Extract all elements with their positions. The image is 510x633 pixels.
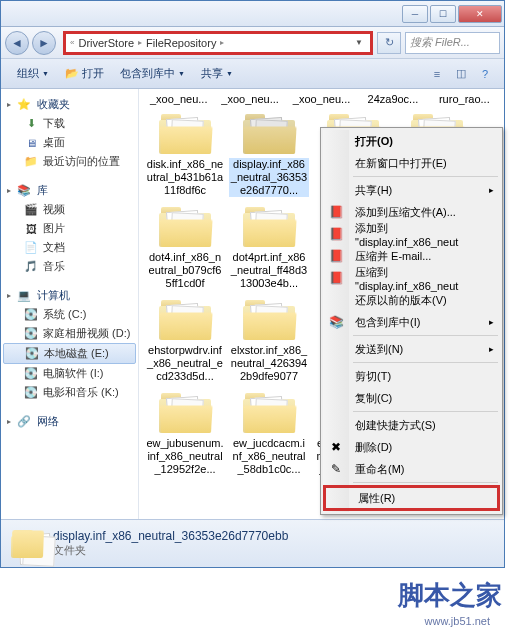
ctx-shortcut[interactable]: 创建快捷方式(S) bbox=[323, 414, 500, 436]
ctx-open[interactable]: 打开(O) bbox=[323, 130, 500, 152]
chevron-right-icon[interactable]: ▸ bbox=[220, 38, 224, 47]
sidebar-item-drive-d[interactable]: 💽家庭相册视频 (D:) bbox=[1, 324, 138, 343]
folder-item[interactable]: elxstor.inf_x86_neutral_4263942b9dfe9077 bbox=[227, 294, 311, 387]
folder-item[interactable]: dot4.inf_x86_neutral_b079cf65ff1cd0f bbox=[143, 201, 227, 294]
sidebar-item-drive-e[interactable]: 💽本地磁盘 (E:) bbox=[3, 343, 136, 364]
close-button[interactable]: ✕ bbox=[458, 5, 502, 23]
folder-icon bbox=[241, 112, 297, 156]
help-button[interactable]: ? bbox=[474, 63, 496, 85]
share-menu[interactable]: 共享▼ bbox=[193, 59, 241, 88]
ctx-delete[interactable]: ✖删除(D) bbox=[323, 436, 500, 458]
folder-icon bbox=[241, 298, 297, 342]
sidebar-computer[interactable]: ▸💻计算机 bbox=[1, 286, 138, 305]
forward-button[interactable]: ► bbox=[32, 31, 56, 55]
navbar: ◄ ► « DriverStore ▸ FileRepository ▸ ▼ ↻… bbox=[1, 27, 504, 59]
sidebar-item-drive-c[interactable]: 💽系统 (C:) bbox=[1, 305, 138, 324]
folder-label: ew_jucdcacm.inf_x86_neutral_58db1c0c... bbox=[229, 437, 309, 476]
refresh-button[interactable]: ↻ bbox=[377, 32, 401, 54]
sidebar-network[interactable]: ▸🔗网络 bbox=[1, 412, 138, 431]
folder-label: disk.inf_x86_neutral_b431b61a11f8df6c bbox=[145, 158, 225, 197]
address-dropdown[interactable]: ▼ bbox=[352, 33, 366, 53]
status-type: 文件夹 bbox=[53, 543, 288, 558]
archive-icon: 📕 bbox=[328, 205, 344, 219]
breadcrumb-item[interactable]: FileRepository bbox=[142, 37, 220, 49]
breadcrumb-item[interactable]: DriverStore bbox=[74, 37, 138, 49]
sidebar-item-documents[interactable]: 📄文档 bbox=[1, 238, 138, 257]
folder-icon bbox=[157, 112, 213, 156]
delete-icon: ✖ bbox=[328, 440, 344, 454]
sidebar-item-downloads[interactable]: ⬇下载 bbox=[1, 114, 138, 133]
ctx-properties[interactable]: 属性(R) bbox=[323, 485, 500, 511]
folder-label: dot4prt.inf_x86_neutral_ff48d313003e4b..… bbox=[229, 251, 309, 290]
ctx-cut[interactable]: 剪切(T) bbox=[323, 365, 500, 387]
status-name: display.inf_x86_neutral_36353e26d7770ebb bbox=[53, 529, 288, 543]
ctx-copy[interactable]: 复制(C) bbox=[323, 387, 500, 409]
rename-icon: ✎ bbox=[328, 462, 344, 476]
archive-icon: 📕 bbox=[328, 249, 344, 263]
ctx-restore-versions[interactable]: 还原以前的版本(V) bbox=[323, 289, 500, 311]
folder-icon bbox=[157, 298, 213, 342]
folder-item[interactable]: disk.inf_x86_neutral_b431b61a11f8df6c bbox=[143, 108, 227, 201]
ctx-zip-to[interactable]: 📕压缩到 "display.inf_x86_neut bbox=[323, 267, 500, 289]
partial-row: _xoo_neu... _xoo_neu... _xoo_neu... 24za… bbox=[143, 93, 500, 106]
folder-icon bbox=[241, 391, 297, 435]
address-bar[interactable]: « DriverStore ▸ FileRepository ▸ ▼ bbox=[63, 31, 373, 55]
status-bar: display.inf_x86_neutral_36353e26d7770ebb… bbox=[1, 519, 504, 567]
sidebar-item-drive-k[interactable]: 💽电影和音乐 (K:) bbox=[1, 383, 138, 402]
ctx-share[interactable]: 共享(H)▸ bbox=[323, 179, 500, 201]
toolbar: 组织▼ 📂打开 包含到库中▼ 共享▼ ≡ ◫ ? bbox=[1, 59, 504, 89]
ctx-send-to[interactable]: 发送到(N)▸ bbox=[323, 338, 500, 360]
archive-icon: 📕 bbox=[328, 227, 344, 241]
folder-icon bbox=[9, 528, 45, 560]
folder-item[interactable]: ehstorpwdrv.inf_x86_neutral_ecd233d5d... bbox=[143, 294, 227, 387]
folder-label: ew_jubusenum.inf_x86_neutral_12952f2e... bbox=[145, 437, 225, 476]
folder-icon bbox=[241, 205, 297, 249]
ctx-add-to[interactable]: 📕添加到 "display.inf_x86_neut bbox=[323, 223, 500, 245]
folder-item[interactable]: display.inf_x86_neutral_36353e26d7770... bbox=[227, 108, 311, 201]
organize-menu[interactable]: 组织▼ bbox=[9, 59, 57, 88]
ctx-include-library[interactable]: 📚包含到库中(I)▸ bbox=[323, 311, 500, 333]
minimize-button[interactable]: ─ bbox=[402, 5, 428, 23]
open-button[interactable]: 📂打开 bbox=[57, 59, 112, 88]
view-button[interactable]: ≡ bbox=[426, 63, 448, 85]
context-menu: 打开(O) 在新窗口中打开(E) 共享(H)▸ 📕添加到压缩文件(A)... 📕… bbox=[320, 127, 503, 515]
folder-icon bbox=[157, 205, 213, 249]
sidebar-item-desktop[interactable]: 🖥桌面 bbox=[1, 133, 138, 152]
folder-item[interactable]: ew_jubusenum.inf_x86_neutral_12952f2e... bbox=[143, 387, 227, 480]
folder-icon bbox=[157, 391, 213, 435]
sidebar-item-pictures[interactable]: 🖼图片 bbox=[1, 219, 138, 238]
folder-label: elxstor.inf_x86_neutral_4263942b9dfe9077 bbox=[229, 344, 309, 383]
sidebar-libraries[interactable]: ▸📚库 bbox=[1, 181, 138, 200]
preview-pane-button[interactable]: ◫ bbox=[450, 63, 472, 85]
ctx-open-new-window[interactable]: 在新窗口中打开(E) bbox=[323, 152, 500, 174]
maximize-button[interactable]: ☐ bbox=[430, 5, 456, 23]
sidebar-favorites[interactable]: ▸⭐收藏夹 bbox=[1, 95, 138, 114]
archive-icon: 📕 bbox=[328, 271, 344, 285]
watermark-url: www.jb51.net bbox=[425, 615, 490, 627]
library-icon: 📚 bbox=[328, 315, 344, 329]
titlebar: ─ ☐ ✕ bbox=[1, 1, 504, 27]
sidebar-item-recent[interactable]: 📁最近访问的位置 bbox=[1, 152, 138, 171]
back-button[interactable]: ◄ bbox=[5, 31, 29, 55]
folder-label: dot4.inf_x86_neutral_b079cf65ff1cd0f bbox=[145, 251, 225, 290]
sidebar: ▸⭐收藏夹 ⬇下载 🖥桌面 📁最近访问的位置 ▸📚库 🎬视频 🖼图片 📄文档 🎵… bbox=[1, 89, 139, 567]
folder-item[interactable]: dot4prt.inf_x86_neutral_ff48d313003e4b..… bbox=[227, 201, 311, 294]
folder-label: display.inf_x86_neutral_36353e26d7770... bbox=[229, 158, 309, 197]
search-input[interactable]: 搜索 FileR... bbox=[405, 32, 500, 54]
folder-label: ehstorpwdrv.inf_x86_neutral_ecd233d5d... bbox=[145, 344, 225, 383]
watermark: 脚本之家 bbox=[398, 578, 502, 613]
folder-item[interactable]: ew_jucdcacm.inf_x86_neutral_58db1c0c... bbox=[227, 387, 311, 480]
sidebar-item-drive-i[interactable]: 💽电脑软件 (I:) bbox=[1, 364, 138, 383]
sidebar-item-music[interactable]: 🎵音乐 bbox=[1, 257, 138, 276]
include-menu[interactable]: 包含到库中▼ bbox=[112, 59, 193, 88]
sidebar-item-videos[interactable]: 🎬视频 bbox=[1, 200, 138, 219]
ctx-rename[interactable]: ✎重命名(M) bbox=[323, 458, 500, 480]
